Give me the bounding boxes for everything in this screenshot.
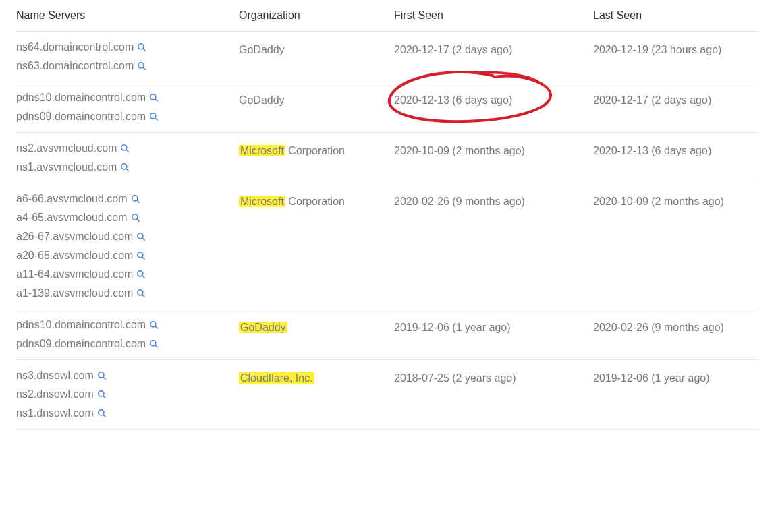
cell-organization: Microsoft Corporation: [239, 142, 394, 173]
svg-line-23: [142, 295, 145, 297]
svg-line-1: [143, 49, 146, 51]
table-row: ns64.domaincontrol.com ns63.domaincontro…: [16, 32, 760, 82]
svg-line-29: [103, 377, 105, 380]
cell-name-servers: pdns10.domaincontrol.com pdns09.domainco…: [16, 319, 239, 350]
first-seen-text: 2020-12-17 (2 days ago): [394, 41, 585, 59]
header-name-servers: Name Servers: [16, 9, 239, 22]
svg-line-33: [103, 415, 105, 417]
first-seen-text: 2019-12-06 (1 year ago): [394, 319, 585, 336]
cell-last-seen: 2020-02-26 (9 months ago): [593, 319, 755, 350]
search-icon[interactable]: [120, 144, 130, 153]
header-first-seen: First Seen: [394, 9, 593, 22]
header-organization: Organization: [239, 9, 394, 22]
name-server-text: ns2.dnsowl.com: [16, 388, 94, 401]
organization-text: Microsoft Corporation: [239, 193, 386, 210]
svg-line-9: [126, 150, 129, 152]
cell-organization: GoDaddy: [239, 319, 394, 350]
cell-first-seen: 2020-12-13 (6 days ago): [394, 92, 593, 123]
last-seen-text: 2020-12-19 (23 hours ago): [593, 41, 747, 59]
name-server-text: pdns09.domaincontrol.com: [16, 338, 146, 350]
cell-organization: GoDaddy: [239, 41, 394, 72]
cell-last-seen: 2020-10-09 (2 months ago): [593, 193, 755, 299]
cell-name-servers: ns2.avsvmcloud.com ns1.avsvmcloud.com: [16, 142, 239, 173]
table-row: pdns10.domaincontrol.com pdns09.domainco…: [16, 309, 760, 360]
search-icon[interactable]: [136, 232, 146, 241]
search-icon[interactable]: [137, 61, 146, 71]
cell-organization: Cloudflare, Inc.: [239, 370, 394, 419]
first-seen-text: 2018-07-25 (2 years ago): [394, 370, 585, 387]
nameserver-history-table: Name Servers Organization First Seen Las…: [0, 0, 776, 446]
cell-name-servers: pdns10.domaincontrol.com pdns09.domainco…: [16, 92, 239, 123]
svg-line-7: [155, 118, 158, 121]
search-icon[interactable]: [131, 194, 140, 204]
svg-line-17: [142, 238, 145, 241]
name-server-text: ns64.domaincontrol.com: [16, 41, 134, 53]
search-icon[interactable]: [120, 162, 130, 172]
search-icon[interactable]: [97, 390, 107, 399]
organization-text: GoDaddy: [239, 319, 386, 336]
cell-organization: GoDaddy: [239, 92, 394, 123]
organization-suffix: Corporation: [285, 145, 345, 156]
last-seen-text: 2020-12-13 (6 days ago): [593, 142, 747, 160]
name-server-entry: a6-66.avsvmcloud.com: [16, 193, 231, 205]
search-icon[interactable]: [149, 320, 159, 330]
cell-first-seen: 2020-10-09 (2 months ago): [394, 142, 593, 173]
cell-first-seen: 2020-02-26 (9 months ago): [394, 193, 593, 299]
search-icon[interactable]: [149, 93, 159, 102]
highlight-annotation: GoDaddy: [239, 322, 287, 333]
name-server-entry: a20-65.avsvmcloud.com: [16, 249, 231, 262]
name-server-entry: a1-139.avsvmcloud.com: [16, 287, 231, 299]
name-server-entry: pdns09.domaincontrol.com: [16, 111, 231, 123]
table-row: ns3.dnsowl.com ns2.dnsowl.com ns1.dnsowl…: [16, 360, 760, 430]
highlight-annotation: Cloudflare, Inc.: [239, 372, 314, 384]
name-server-text: a11-64.avsvmcloud.com: [16, 268, 133, 280]
name-server-entry: pdns10.domaincontrol.com: [16, 92, 231, 104]
name-server-text: ns3.dnsowl.com: [16, 370, 94, 382]
last-seen-text: 2020-10-09 (2 months ago): [593, 193, 747, 210]
search-icon[interactable]: [137, 42, 146, 52]
name-server-entry: ns64.domaincontrol.com: [16, 41, 231, 53]
search-icon[interactable]: [136, 270, 146, 279]
cell-first-seen: 2020-12-17 (2 days ago): [394, 41, 593, 72]
search-icon[interactable]: [136, 251, 146, 260]
svg-line-3: [143, 67, 146, 70]
name-server-entry: ns3.dnsowl.com: [16, 370, 231, 382]
name-server-text: pdns10.domaincontrol.com: [16, 92, 146, 104]
name-server-entry: ns1.avsvmcloud.com: [16, 161, 231, 173]
highlight-annotation: Microsoft: [239, 196, 285, 207]
search-icon[interactable]: [149, 339, 159, 349]
svg-line-21: [142, 276, 145, 278]
cell-first-seen: 2018-07-25 (2 years ago): [394, 370, 593, 419]
name-server-entry: ns1.dnsowl.com: [16, 407, 231, 419]
cell-last-seen: 2019-12-06 (1 year ago): [593, 370, 755, 419]
highlight-annotation: Microsoft: [239, 145, 285, 156]
search-icon[interactable]: [97, 371, 107, 380]
organization-suffix: Corporation: [285, 196, 345, 207]
cell-organization: Microsoft Corporation: [239, 193, 394, 299]
name-server-text: ns1.dnsowl.com: [16, 407, 94, 419]
name-server-text: a6-66.avsvmcloud.com: [16, 193, 128, 205]
header-last-seen: Last Seen: [593, 9, 755, 22]
table-row: pdns10.domaincontrol.com pdns09.domainco…: [16, 82, 760, 133]
name-server-text: pdns10.domaincontrol.com: [16, 319, 146, 331]
cell-name-servers: a6-66.avsvmcloud.com a4-65.avsvmcloud.co…: [16, 193, 239, 299]
cell-last-seen: 2020-12-13 (6 days ago): [593, 142, 755, 173]
search-icon[interactable]: [136, 289, 146, 298]
name-server-entry: a11-64.avsvmcloud.com: [16, 268, 231, 280]
name-server-text: ns63.domaincontrol.com: [16, 60, 134, 72]
name-server-entry: a4-65.avsvmcloud.com: [16, 212, 231, 224]
organization-text: GoDaddy: [239, 92, 386, 109]
svg-line-25: [155, 326, 158, 329]
cell-last-seen: 2020-12-17 (2 days ago): [593, 92, 755, 123]
name-server-text: a20-65.avsvmcloud.com: [16, 249, 133, 262]
search-icon[interactable]: [131, 213, 140, 223]
table-row: a6-66.avsvmcloud.com a4-65.avsvmcloud.co…: [16, 183, 760, 309]
name-server-entry: ns2.dnsowl.com: [16, 388, 231, 401]
search-icon[interactable]: [149, 112, 159, 121]
svg-line-5: [155, 99, 158, 102]
cell-last-seen: 2020-12-19 (23 hours ago): [593, 41, 755, 72]
first-seen-text: 2020-02-26 (9 months ago): [394, 193, 585, 210]
name-server-entry: ns63.domaincontrol.com: [16, 60, 231, 72]
search-icon[interactable]: [97, 409, 107, 418]
table-header-row: Name Servers Organization First Seen Las…: [16, 0, 760, 32]
